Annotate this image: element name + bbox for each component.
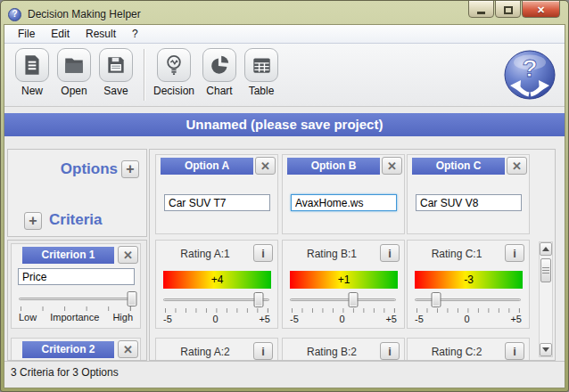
- maximize-icon: [504, 6, 513, 14]
- menu-file[interactable]: File: [10, 25, 43, 43]
- table-button[interactable]: Table: [244, 48, 278, 97]
- window-title: Decision Making Helper: [28, 8, 141, 20]
- rating-c2-title: Rating C:2: [408, 346, 506, 358]
- rating-b2-title: Rating B:2: [283, 346, 381, 358]
- option-b-name-input[interactable]: [291, 194, 397, 211]
- scale-low: Low: [19, 312, 37, 323]
- open-folder-icon: [62, 53, 86, 77]
- scale-mid: Importance: [50, 312, 99, 323]
- remove-option-b-button[interactable]: ✕: [382, 157, 402, 175]
- ratings-scrollbar[interactable]: [539, 241, 553, 357]
- save-label: Save: [103, 85, 128, 97]
- scale-mid: 0: [465, 314, 470, 324]
- criterion-1-name-input[interactable]: [18, 268, 135, 285]
- spacer: [4, 107, 565, 113]
- rating-scale: -5 0 +5: [163, 314, 270, 324]
- rating-card-c2: Rating C:2 i: [407, 338, 530, 361]
- slider-thumb[interactable]: [128, 291, 137, 306]
- rating-c1-title: Rating C:1: [408, 248, 506, 260]
- menu-edit[interactable]: Edit: [43, 25, 78, 43]
- option-a-header: Option A: [161, 158, 253, 175]
- criterion-2-header: Criterion 2: [22, 341, 114, 358]
- status-text: 3 Criteria for 3 Options: [11, 366, 119, 379]
- slider-ticks: [292, 308, 395, 313]
- scrollbar-grip-icon: [542, 267, 549, 274]
- table-icon: [250, 53, 273, 77]
- remove-criterion-2-button[interactable]: ✕: [118, 340, 138, 358]
- table-label: Table: [249, 85, 275, 97]
- close-button[interactable]: ✕: [522, 0, 560, 18]
- maximize-button[interactable]: [495, 0, 521, 18]
- titlebar: ? Decision Making Helper ✕: [4, 4, 565, 24]
- slider-ticks: [416, 308, 520, 313]
- chart-label: Chart: [206, 85, 232, 97]
- remove-criterion-1-button[interactable]: ✕: [118, 246, 138, 264]
- new-label: New: [21, 85, 43, 97]
- rating-a1-info-button[interactable]: i: [253, 244, 273, 262]
- scroll-up-button[interactable]: [540, 242, 552, 256]
- rating-card-b2: Rating B:2 i: [282, 338, 405, 361]
- slider-thumb[interactable]: [431, 292, 441, 307]
- scale-min: -5: [163, 314, 172, 324]
- rating-a1-slider[interactable]: [163, 292, 269, 307]
- rating-card-a2: Rating A:2 i: [155, 338, 278, 361]
- svg-text:?: ?: [522, 54, 537, 82]
- rating-b1-slider[interactable]: [290, 292, 396, 307]
- scale-max: +5: [510, 314, 522, 324]
- scale-mid: 0: [340, 314, 345, 324]
- importance-scale: Low Importance High: [19, 312, 133, 323]
- menu-result[interactable]: Result: [78, 25, 124, 43]
- open-button[interactable]: Open: [57, 48, 91, 97]
- pie-chart-icon: [208, 53, 231, 77]
- chart-button[interactable]: Chart: [202, 48, 236, 97]
- menu-help[interactable]: ?: [124, 25, 146, 43]
- slider-groove: [19, 298, 132, 300]
- rating-a2-info-button[interactable]: i: [253, 342, 273, 360]
- scale-max: +5: [385, 314, 397, 324]
- remove-option-c-button[interactable]: ✕: [507, 157, 527, 175]
- slider-groove: [290, 298, 396, 301]
- minimize-button[interactable]: [468, 0, 494, 18]
- options-label: Options: [61, 160, 118, 178]
- decision-button[interactable]: Decision: [153, 48, 194, 97]
- scale-high: High: [112, 312, 133, 323]
- scale-min: -5: [290, 314, 299, 324]
- add-option-button[interactable]: +: [121, 160, 139, 178]
- rating-b1-value-bar: +1: [290, 271, 398, 289]
- toolbar: New Open Save Decision Chart Table: [4, 44, 565, 107]
- scrollbar-thumb[interactable]: [540, 258, 551, 282]
- close-icon: ✕: [537, 5, 545, 14]
- slider-thumb[interactable]: [349, 292, 359, 307]
- window-controls: ✕: [468, 0, 560, 18]
- app-icon: ?: [8, 8, 21, 21]
- scroll-up-icon: [542, 247, 549, 251]
- slider-thumb[interactable]: [254, 292, 264, 307]
- option-c-name-input[interactable]: [416, 194, 522, 211]
- option-card-c: Option C ✕: [407, 154, 530, 234]
- option-a-name-input[interactable]: [164, 194, 270, 211]
- add-criterion-button[interactable]: +: [24, 212, 42, 230]
- rating-c2-info-button[interactable]: i: [505, 342, 524, 360]
- save-icon: [104, 53, 128, 77]
- rating-b1-info-button[interactable]: i: [380, 244, 400, 262]
- rating-c1-slider[interactable]: [415, 292, 521, 307]
- criteria-list: Criterion 1 ✕ Low Importance High: [7, 240, 147, 361]
- status-bar: 3 Criteria for 3 Options: [4, 361, 565, 388]
- rating-scale: -5 0 +5: [415, 314, 522, 324]
- save-button[interactable]: Save: [99, 48, 133, 97]
- scroll-down-button[interactable]: [540, 343, 552, 356]
- rating-b2-info-button[interactable]: i: [380, 342, 400, 360]
- open-label: Open: [61, 85, 87, 97]
- menubar: File Edit Result ?: [4, 25, 565, 44]
- new-document-icon: [21, 53, 44, 77]
- scale-min: -5: [415, 314, 424, 324]
- slider-ticks: [21, 306, 131, 311]
- criterion-1-importance-slider[interactable]: [19, 291, 132, 306]
- new-button[interactable]: New: [15, 48, 49, 97]
- remove-option-a-button[interactable]: ✕: [255, 157, 276, 175]
- rating-card-c1: Rating C:1 i -3 -5 0 +5: [407, 240, 530, 329]
- sidebar-panel: Options + + Criteria: [7, 149, 147, 237]
- rating-c1-info-button[interactable]: i: [505, 244, 524, 262]
- content-area: Options + + Criteria Criterion 1 ✕: [4, 136, 565, 361]
- option-b-header: Option B: [287, 158, 380, 175]
